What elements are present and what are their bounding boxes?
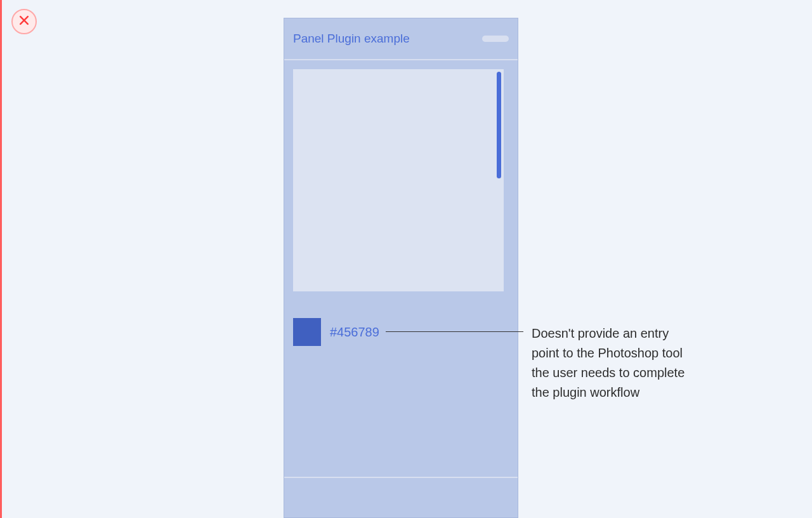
color-value-label: #456789: [330, 325, 379, 340]
scrollbar-thumb[interactable]: [497, 72, 501, 178]
x-icon: [18, 14, 30, 29]
error-indicator-border: [0, 0, 2, 518]
panel-footer: [284, 477, 518, 517]
panel-menu-icon[interactable]: [482, 36, 509, 42]
panel-header: Panel Plugin example: [284, 18, 518, 60]
preview-area: [293, 69, 504, 291]
plugin-panel: Panel Plugin example #456789: [284, 18, 518, 518]
panel-title: Panel Plugin example: [293, 32, 410, 46]
color-row: #456789: [293, 318, 509, 346]
color-swatch[interactable]: [293, 318, 321, 346]
dont-badge: [11, 9, 37, 34]
panel-body: #456789: [284, 60, 518, 475]
annotation-text: Doesn't provide an entry point to the Ph…: [532, 324, 697, 402]
annotation-connector-line: [386, 331, 523, 332]
